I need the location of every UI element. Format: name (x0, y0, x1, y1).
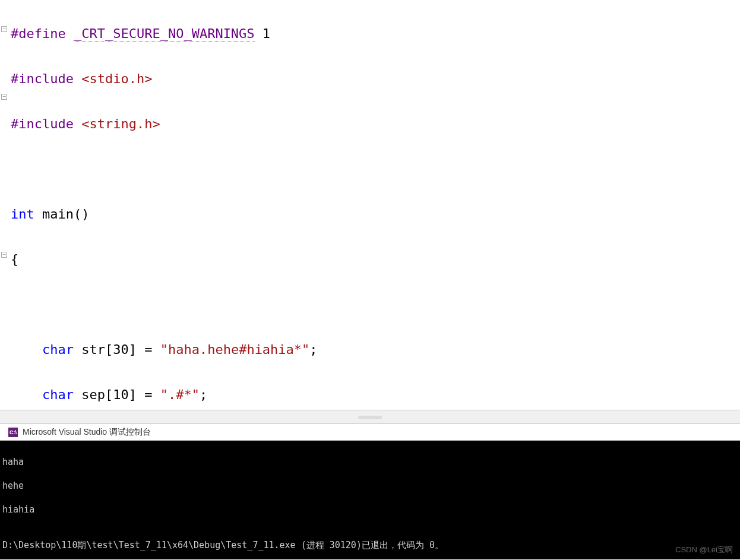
keyword-int: int (11, 207, 34, 222)
string-literal: "haha.hehe#hiahia*" (160, 342, 310, 357)
preproc-include: #include (11, 116, 74, 131)
console-title: Microsoft Visual Studio 调试控制台 (23, 427, 151, 438)
output-line: hiahia (2, 504, 738, 515)
code-content[interactable]: #define _CRT_SECURE_NO_WARNINGS 1 #inclu… (0, 0, 740, 410)
code-editor[interactable]: − − − #define _CRT_SECURE_NO_WARNINGS 1 … (0, 0, 740, 410)
string-literal: ".#*" (160, 387, 200, 402)
fold-toggle-icon[interactable]: − (1, 26, 7, 32)
keyword-char: char (42, 387, 74, 402)
output-line: haha (2, 456, 738, 468)
brace: { (11, 252, 18, 267)
exit-message: D:\Desktop\110期\test\Test_7_11\x64\Debug… (2, 539, 738, 551)
macro-name: _CRT_SECURE_NO_WARNINGS (74, 26, 255, 42)
watermark-text: CSDN @Lei宝啊 (675, 544, 733, 556)
drag-handle-icon[interactable] (358, 416, 382, 419)
func-main: main() (34, 207, 90, 222)
include-path: <string.h> (81, 116, 160, 131)
macro-value: 1 (263, 26, 270, 41)
preproc-define: #define (11, 26, 66, 41)
console-titlebar: C:\ Microsoft Visual Studio 调试控制台 (0, 424, 740, 441)
preproc-include: #include (11, 71, 74, 86)
keyword-char: char (42, 342, 74, 357)
fold-toggle-icon[interactable]: − (1, 94, 7, 100)
fold-gutter: − − − (0, 0, 8, 410)
console-output[interactable]: haha hehe hiahia D:\Desktop\110期\test\Te… (0, 441, 740, 559)
fold-toggle-icon[interactable]: − (1, 252, 7, 258)
pane-separator[interactable] (0, 410, 740, 424)
output-line: hehe (2, 480, 738, 492)
include-path: <stdio.h> (81, 71, 152, 86)
vs-console-icon: C:\ (8, 428, 18, 437)
